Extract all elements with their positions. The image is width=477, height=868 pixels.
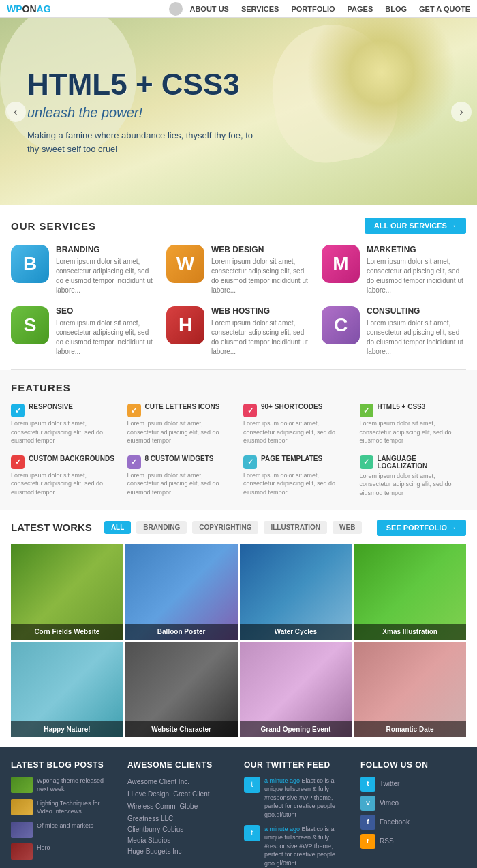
list-item[interactable]: Water Cycles (240, 544, 352, 640)
shortcodes-title: 90+ SHORTCODES (261, 403, 322, 410)
list-item[interactable]: Corn Fields Website (11, 544, 123, 640)
webdesign-title: WEB DESIGN (211, 245, 311, 254)
list-item[interactable]: Romantic Date (354, 642, 466, 737)
services-grid: B BRANDING Lorem ipsum dolor sit amet, c… (11, 245, 466, 357)
client-link[interactable]: Awesome Client Inc. (127, 777, 233, 788)
html5-desc: Lorem ipsum dolor sit amet, consectetur … (360, 419, 467, 445)
list-item: Wponag theme released next week (11, 777, 117, 794)
list-item: ✓ CUTE LETTERS ICONS Lorem ipsum dolor s… (127, 403, 234, 445)
filter-branding-button[interactable]: BRANDING (136, 521, 187, 534)
list-item[interactable]: f Facebook (360, 815, 466, 830)
work-title-balloon: Balloon Poster (125, 624, 238, 640)
filter-copyrighting-button[interactable]: COPYRIGHTING (192, 521, 258, 534)
branding-text: BRANDING Lorem ipsum dolor sit amet, con… (56, 245, 155, 295)
works-section: LATEST WORKS ALL BRANDING COPYRIGHTING I… (0, 510, 477, 747)
custom-bg-feature: ✓ CUSTOM BACKGROUNDS (11, 455, 118, 469)
nav-home-icon[interactable] (169, 2, 183, 16)
vimeo-social-label: Vimeo (380, 799, 399, 807)
client-link[interactable]: I Love Design (127, 789, 169, 800)
client-link[interactable]: Huge Budgets Inc (127, 846, 233, 857)
list-item: W WEB DESIGN Lorem ipsum dolor sit amet,… (166, 245, 311, 295)
marketing-desc: Lorem ipsum dolor sit amet, consectetur … (367, 257, 466, 295)
webdesign-icon: W (166, 245, 204, 283)
html5-title: HTML5 + CSS3 (378, 403, 426, 410)
custom-widgets-feature: ✓ 8 CUSTOM WIDGETS (127, 455, 234, 469)
works-title: LATEST WORKS (11, 522, 92, 533)
hero-prev-button[interactable]: ‹ (5, 102, 26, 122)
responsive-check: ✓ (11, 404, 25, 417)
client-link[interactable]: Clientburry Cobius (127, 824, 233, 835)
list-item[interactable]: t Twitter (360, 777, 466, 792)
see-portfolio-button[interactable]: SEE PORTFOLIO → (377, 520, 466, 536)
custom-bg-check: ✓ (11, 455, 25, 469)
footer-clients-title: AWESOME CLIENTS (127, 760, 233, 770)
responsive-desc: Lorem ipsum dolor sit amet, consectetur … (11, 419, 118, 445)
list-item[interactable]: Xmas Illustration (354, 544, 466, 640)
webdesign-text: WEB DESIGN Lorem ipsum dolor sit amet, c… (211, 245, 311, 295)
filter-illustration-button[interactable]: ILLUSTRATION (264, 521, 327, 534)
custom-bg-title: CUSTOM BACKGROUNDS (29, 455, 114, 462)
navbar: WPONAG ABOUT US SERVICES PORTFOLIO PAGES… (0, 0, 477, 18)
lang-feature: ✓ LANGUAGE LOCALIZATION (360, 455, 467, 470)
custom-bg-desc: Lorem ipsum dolor sit amet, consectetur … (11, 471, 118, 497)
services-section: OUR SERVICES ALL OUR SERVICES → B BRANDI… (0, 205, 477, 369)
nav-services[interactable]: SERVICES (241, 5, 279, 13)
footer: LATEST BLOG POSTS Wponag theme released … (0, 747, 477, 868)
list-item[interactable]: r RSS (360, 834, 466, 849)
list-item[interactable]: Grand Opening Event (240, 642, 352, 737)
logo-on: ON (22, 3, 37, 14)
nav-portfolio[interactable]: PORTFOLIO (291, 5, 335, 13)
filter-all-button[interactable]: ALL (104, 521, 131, 534)
blog-thumb-1 (11, 777, 33, 793)
list-item: ✓ 8 CUSTOM WIDGETS Lorem ipsum dolor sit… (127, 455, 234, 498)
list-item[interactable]: Balloon Poster (125, 544, 238, 640)
custom-widgets-check: ✓ (127, 455, 141, 469)
nav-quote[interactable]: GET A QUOTE (419, 5, 470, 13)
list-item: Lighting Techniques for Video Interviews (11, 799, 117, 816)
client-link[interactable]: Globe (180, 801, 198, 812)
rss-social-icon: r (360, 834, 375, 849)
list-item: t a minute ago Elastico is a unique full… (244, 825, 350, 868)
webhosting-title: WEB HOSTING (211, 306, 311, 316)
custom-widgets-desc: Lorem ipsum dolor sit amet, consectetur … (127, 471, 234, 497)
works-header: LATEST WORKS ALL BRANDING COPYRIGHTING I… (11, 520, 466, 536)
blog-text-1: Wponag theme released next week (37, 777, 117, 794)
list-item: ✓ RESPONSIVE Lorem ipsum dolor sit amet,… (11, 403, 118, 445)
cute-icons-feature: ✓ CUTE LETTERS ICONS (127, 403, 234, 417)
twitter-social-label: Twitter (380, 780, 399, 788)
client-link[interactable]: Great Client (173, 789, 209, 800)
nav-blog[interactable]: BLOG (385, 5, 407, 13)
blog-thumb-4 (11, 843, 33, 860)
list-item[interactable]: Happy Nature! (11, 642, 123, 737)
client-link[interactable]: Wireless Comm (127, 801, 176, 812)
work-title-romantic: Romantic Date (354, 721, 466, 737)
list-item: ✓ LANGUAGE LOCALIZATION Lorem ipsum dolo… (360, 455, 467, 498)
footer-blog-col: LATEST BLOG POSTS Wponag theme released … (11, 760, 117, 868)
footer-social-col: FOLLOW US ON t Twitter v Vimeo f Faceboo… (360, 760, 466, 868)
list-item: ✓ HTML5 + CSS3 Lorem ipsum dolor sit ame… (360, 403, 467, 445)
list-item[interactable]: v Vimeo (360, 796, 466, 811)
nav-about[interactable]: ABOUT US (189, 5, 228, 13)
client-link[interactable]: Greatness LLC (127, 813, 233, 824)
lang-title: LANGUAGE LOCALIZATION (378, 455, 467, 470)
client-link[interactable]: Media Studios (127, 835, 233, 846)
twitter-text-2: a minute ago Elastico is a unique fullsc… (264, 825, 350, 868)
filter-web-button[interactable]: WEB (333, 521, 362, 534)
page-templates-feature: ✓ PAGE TEMPLATES (243, 455, 350, 469)
twitter-social-icon: t (360, 777, 375, 792)
hero-next-button[interactable]: › (451, 102, 472, 122)
nav-pages[interactable]: PAGES (348, 5, 373, 13)
hero-tagline: unleash the power! (27, 105, 259, 121)
list-item[interactable]: Website Character (125, 642, 238, 737)
list-item: M MARKETING Lorem ipsum dolor sit amet, … (322, 245, 466, 295)
list-item: ✓ PAGE TEMPLATES Lorem ipsum dolor sit a… (243, 455, 350, 498)
blog-thumb-2 (11, 799, 33, 815)
marketing-icon: M (322, 245, 360, 283)
shortcodes-check: ✓ (243, 404, 257, 417)
hero-description: Making a famine where abundance lies, th… (27, 129, 259, 155)
lang-check: ✓ (360, 455, 373, 469)
blog-text-4: Hero (37, 843, 50, 852)
all-services-button[interactable]: ALL OUR SERVICES → (365, 218, 466, 234)
shortcodes-feature: ✓ 90+ SHORTCODES (243, 403, 350, 417)
site-logo[interactable]: WPONAG (7, 3, 51, 14)
